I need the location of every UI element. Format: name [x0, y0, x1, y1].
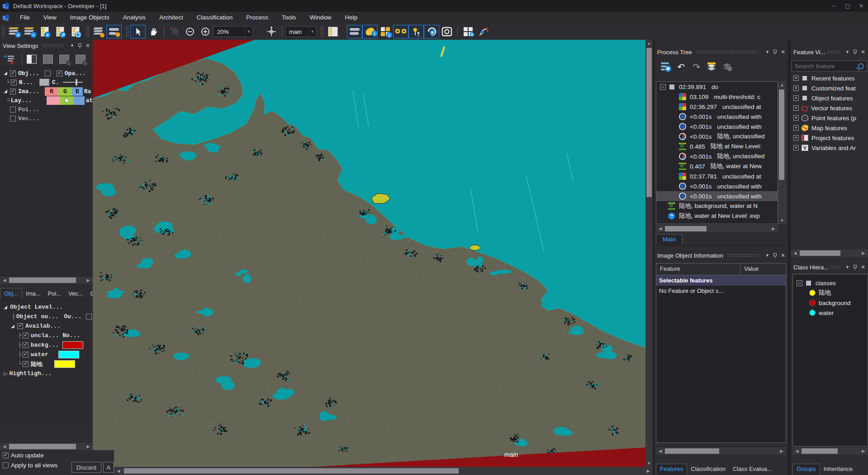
tab-classification[interactable]: Classification — [687, 464, 729, 475]
minimize-icon[interactable]: ─ — [827, 0, 841, 11]
expander-icon[interactable] — [4, 306, 7, 309]
menu-view[interactable]: View — [37, 12, 63, 24]
show-layers-button[interactable] — [91, 25, 106, 38]
import-map-button[interactable]: ↗ — [52, 25, 68, 38]
scroll-down-icon[interactable]: ▼ — [778, 217, 786, 224]
toolbar-grip[interactable] — [320, 26, 324, 38]
close-icon[interactable]: ✕ — [781, 252, 785, 259]
add-map-button[interactable]: + — [37, 25, 52, 38]
tree-row-water[interactable]: ├ water — [0, 350, 93, 359]
process-tree-row[interactable]: 0.485陆地 at New Level: — [656, 141, 778, 151]
color-swatch[interactable] — [39, 79, 49, 86]
layout-two-button[interactable] — [41, 53, 55, 65]
menu-analysis[interactable]: Analysis — [116, 12, 152, 24]
view-settings-toggle-button[interactable] — [106, 25, 122, 38]
drag-handle[interactable] — [830, 265, 840, 269]
expand-icon[interactable]: + — [793, 145, 799, 150]
feature-view-hscrollbar[interactable]: ◀ ▶ — [791, 249, 868, 257]
scroll-up-icon[interactable]: ▲ — [645, 40, 653, 47]
layer-red-cell[interactable] — [47, 96, 60, 105]
chevron-down-icon[interactable]: ▼ — [765, 253, 769, 258]
class-hierarchy-hscrollbar[interactable]: ◀ ▶ — [792, 447, 868, 455]
feature-view-row[interactable]: +Recent features — [792, 73, 867, 83]
menu-tools[interactable]: Tools — [275, 12, 303, 24]
opacity-slider[interactable] — [63, 79, 83, 85]
drag-handle[interactable] — [827, 50, 840, 54]
process-tree-hscrollbar[interactable]: ◀ ▶ — [656, 225, 778, 232]
expander-icon[interactable] — [4, 71, 7, 75]
auto-update-row[interactable]: Auto update — [0, 450, 114, 460]
tab-main[interactable]: Main — [656, 234, 683, 245]
scroll-right-icon[interactable]: ▶ — [770, 225, 777, 232]
save-process-button[interactable] — [658, 60, 674, 74]
water-checkbox[interactable] — [23, 352, 28, 357]
layout-four-button[interactable] — [74, 53, 87, 65]
drag-handle[interactable] — [727, 254, 759, 258]
view-classification-button[interactable]: i — [362, 25, 378, 38]
background-checkbox[interactable] — [23, 342, 28, 348]
points-checkbox[interactable] — [10, 107, 16, 113]
zoom-level-combo[interactable]: 20% ▼ — [213, 26, 253, 37]
collapse-icon[interactable]: − — [797, 280, 802, 286]
process-tree-row[interactable]: 陆地, background, water at N — [656, 201, 778, 211]
layer-blue-cell[interactable] — [74, 96, 85, 105]
class-row[interactable]: water — [793, 308, 868, 318]
zoom-lock-button[interactable] — [167, 25, 182, 38]
view-outlines-button[interactable] — [347, 25, 362, 38]
sample-tool-button[interactable] — [408, 25, 424, 38]
layer-tab[interactable]: Vec... — [65, 288, 87, 299]
menu-classification[interactable]: Classification — [190, 12, 240, 24]
scroll-right-icon[interactable]: ▶ — [85, 277, 92, 284]
classified-image[interactable] — [93, 40, 645, 467]
vectors-checkbox[interactable] — [10, 116, 16, 122]
pin-icon[interactable] — [773, 50, 777, 55]
split-window-button[interactable] — [325, 25, 341, 38]
copy-map-button[interactable]: ❐ — [68, 25, 83, 38]
tree-row-classes[interactable]: − classes — [793, 278, 868, 288]
refresh-process-button[interactable] — [424, 25, 439, 38]
background-color-swatch[interactable] — [62, 341, 83, 349]
feature-view-header[interactable]: Feature Vi... ▼ ✕ — [791, 46, 868, 58]
tree-row-background[interactable]: ├ backg... — [0, 340, 93, 350]
expand-icon[interactable]: + — [793, 135, 799, 141]
expander-icon[interactable] — [11, 325, 14, 328]
image-checkbox[interactable] — [10, 89, 16, 94]
zoom-in-button[interactable] — [198, 25, 213, 38]
scroll-left-icon[interactable]: ◀ — [115, 467, 122, 475]
expand-icon[interactable]: + — [793, 75, 799, 81]
undo-button[interactable]: ↶ — [674, 60, 689, 74]
window-combo[interactable]: main ▼ — [285, 26, 317, 37]
feature-view-row[interactable]: +Map features — [792, 123, 867, 133]
class-row[interactable]: background — [793, 298, 868, 308]
viewer-hscrollbar[interactable]: ◀ ▶ — [114, 467, 653, 475]
menu-process[interactable]: Process — [239, 12, 275, 24]
navigate-button[interactable] — [264, 25, 279, 38]
feature-view-row[interactable]: +Object features — [792, 93, 867, 103]
process-tree-row[interactable]: <0.001s陆地, unclassified — [656, 132, 778, 141]
append-process-button[interactable] — [704, 60, 720, 74]
process-tree-row[interactable]: 0.407陆地, water at New — [656, 161, 778, 171]
apply-button[interactable]: A — [103, 462, 114, 473]
pin-icon[interactable] — [853, 50, 857, 55]
expander-icon[interactable] — [4, 89, 7, 93]
collapsed-expander-icon[interactable]: ▷ — [4, 371, 7, 376]
process-tree-row[interactable]: <0.001sunclassified with — [656, 191, 778, 201]
expand-icon[interactable]: + — [793, 85, 799, 91]
layer-tab[interactable]: Obj... — [0, 288, 22, 299]
tree-row-navigation[interactable]: └ N... C. — [0, 78, 93, 87]
tree-row-object-level[interactable]: Object Level... — [0, 302, 93, 312]
process-tree-row[interactable]: <0.001sunclassified with — [656, 122, 778, 132]
find-objects-button[interactable] — [439, 25, 455, 38]
tree-row-highlight[interactable]: ▷ Hightligh... — [0, 369, 93, 378]
process-tree-row[interactable]: 02:37.781unclassified at — [656, 171, 778, 181]
image-object-info-hscrollbar[interactable]: ◀ ▶ — [656, 447, 786, 455]
table-row[interactable]: Selectable features — [656, 275, 786, 286]
feature-view-row[interactable]: +Project features — [792, 133, 867, 143]
expand-icon[interactable]: + — [793, 95, 799, 101]
view-settings-header[interactable]: View Settings ▼ ✕ — [0, 40, 93, 52]
class-legend-button[interactable] — [393, 25, 408, 38]
collapse-icon[interactable]: − — [660, 84, 666, 90]
search-input[interactable] — [792, 63, 858, 70]
layer-panel-hscrollbar[interactable]: ◀ ▶ — [0, 443, 93, 450]
class-row[interactable]: 陆地 — [793, 288, 868, 298]
